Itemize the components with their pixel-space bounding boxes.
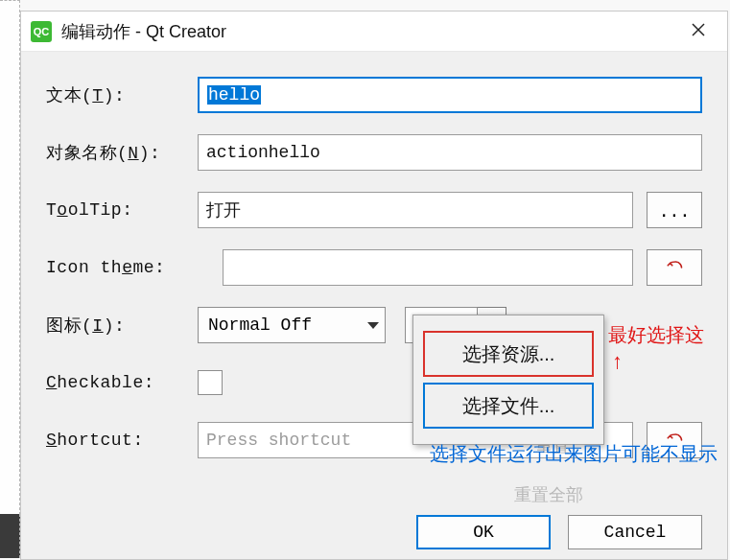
ok-button[interactable]: OK [416, 515, 551, 549]
checkable-checkbox[interactable] [198, 370, 223, 395]
annotation-red-text: 最好选择这 [608, 322, 704, 348]
menu-item-select-file[interactable]: 选择文件... [423, 383, 594, 429]
icon-theme-reset-button[interactable] [647, 249, 702, 286]
tooltip-more-button[interactable]: ... [647, 192, 702, 228]
tooltip-value: 打开 [206, 198, 241, 222]
close-button[interactable] [683, 16, 714, 46]
row-icon-theme: Icon theme: [46, 247, 702, 288]
icon-state-combo[interactable]: Normal Off [198, 307, 386, 343]
icon-browse-menu: 选择资源... 选择文件... [412, 315, 604, 445]
tooltip-input[interactable]: 打开 [198, 192, 633, 228]
object-name-value: actionhello [206, 143, 320, 162]
reset-icon [666, 259, 683, 276]
designer-dark-strip [0, 514, 20, 558]
label-shortcut: Shortcut: [46, 431, 198, 450]
menu-item-select-resource[interactable]: 选择资源... [423, 331, 594, 377]
label-icon: 图标(I): [46, 314, 198, 337]
annotation-red-arrow: ↑ [612, 349, 623, 374]
label-tooltip: ToolTip: [46, 200, 198, 220]
ghost-reset-all: 重置全部 [514, 483, 583, 506]
row-object-name: 对象名称(N): actionhello [46, 132, 702, 173]
cancel-button[interactable]: Cancel [568, 515, 702, 549]
shortcut-placeholder: Press shortcut [206, 431, 351, 450]
text-input-selection: hello [207, 85, 261, 105]
form-area: 文本(T): hello 对象名称(N): actionhello ToolTi… [21, 52, 727, 460]
label-checkable: Checkable: [46, 373, 198, 392]
label-object-name: 对象名称(N): [46, 141, 198, 164]
annotation-blue-text: 选择文件运行出来图片可能不显示 [430, 439, 718, 468]
icon-state-value: Normal Off [208, 315, 312, 335]
object-name-input[interactable]: actionhello [198, 134, 702, 171]
chevron-down-icon [367, 322, 379, 329]
row-tooltip: ToolTip: 打开 ... [46, 190, 702, 230]
icon-theme-input[interactable] [223, 249, 633, 286]
designer-canvas-edge [0, 0, 20, 558]
dialog-button-row: OK Cancel [416, 515, 702, 549]
edit-action-dialog: QC 编辑动作 - Qt Creator 文本(T): hello 对象名称(N… [20, 11, 728, 560]
app-icon: QC [31, 21, 52, 42]
window-title: 编辑动作 - Qt Creator [61, 20, 683, 43]
titlebar: QC 编辑动作 - Qt Creator [21, 12, 727, 52]
label-text: 文本(T): [46, 83, 198, 106]
text-input[interactable]: hello [198, 77, 702, 113]
row-text: 文本(T): hello [46, 75, 702, 115]
label-icon-theme: Icon theme: [46, 258, 198, 277]
